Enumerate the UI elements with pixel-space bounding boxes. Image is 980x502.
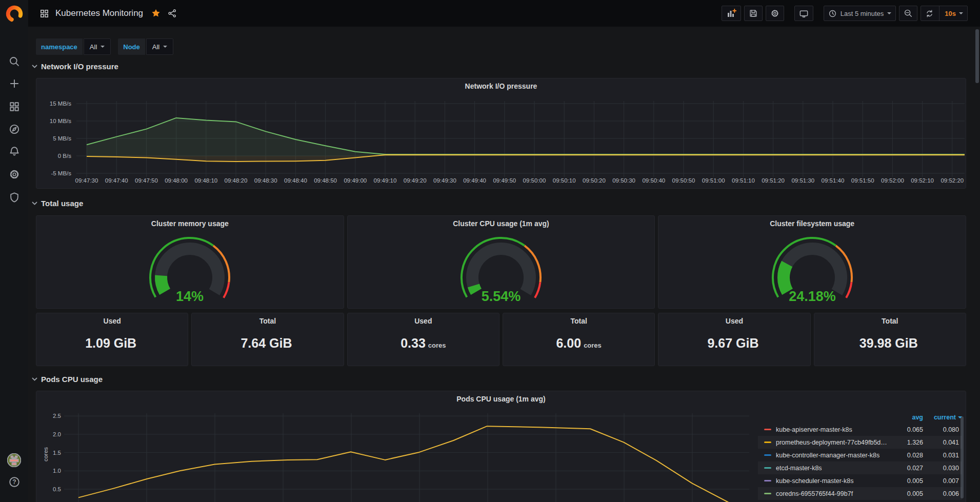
row-header-pods-cpu[interactable]: Pods CPU usage bbox=[32, 375, 103, 384]
server-admin-shield-icon[interactable] bbox=[0, 192, 28, 203]
svg-text:09:47:30: 09:47:30 bbox=[75, 177, 98, 184]
save-dashboard-button[interactable] bbox=[744, 6, 763, 21]
chevron-down-icon bbox=[163, 46, 167, 48]
svg-text:09:49:00: 09:49:00 bbox=[344, 177, 367, 184]
refresh-icon[interactable] bbox=[921, 9, 938, 18]
legend-col-current[interactable]: current bbox=[923, 414, 962, 421]
svg-text:2.0: 2.0 bbox=[53, 431, 61, 437]
svg-text:0.5: 0.5 bbox=[53, 486, 61, 492]
panel-cluster-filesystem-gauge: Cluster filesystem usage 24.18% bbox=[658, 215, 966, 309]
panel-title-cpu[interactable]: Cluster CPU usage (1m avg) bbox=[348, 219, 655, 228]
series-color-dash bbox=[764, 493, 771, 494]
legend-row[interactable]: kube-controller-manager-master-k8s0.0280… bbox=[758, 449, 962, 461]
svg-text:09:50:50: 09:50:50 bbox=[672, 177, 695, 184]
svg-text:09:51:40: 09:51:40 bbox=[822, 177, 845, 184]
svg-text:09:49:40: 09:49:40 bbox=[463, 177, 486, 184]
time-range-label: Last 5 minutes bbox=[841, 10, 884, 17]
stat-title[interactable]: Used bbox=[36, 317, 188, 325]
series-color-dash bbox=[764, 429, 771, 430]
configuration-gear-icon[interactable] bbox=[0, 169, 28, 180]
row-header-total-usage[interactable]: Total usage bbox=[32, 199, 83, 208]
page-scrollbar[interactable] bbox=[975, 29, 979, 83]
legend-row[interactable]: etcd-master-k8s0.0270.030 bbox=[758, 461, 962, 474]
zoom-out-button[interactable] bbox=[899, 6, 917, 21]
svg-text:09:50:00: 09:50:00 bbox=[523, 177, 546, 184]
svg-text:09:49:50: 09:49:50 bbox=[493, 177, 516, 184]
dashboards-icon[interactable] bbox=[0, 101, 28, 112]
cpu-gauge: 5.54% bbox=[447, 230, 555, 307]
refresh-button-group[interactable]: 10s bbox=[921, 6, 968, 21]
stat-title[interactable]: Total bbox=[192, 317, 343, 325]
share-icon[interactable] bbox=[168, 9, 177, 18]
chevron-down-icon bbox=[101, 46, 105, 48]
svg-text:09:51:10: 09:51:10 bbox=[732, 177, 755, 184]
svg-text:09:49:30: 09:49:30 bbox=[433, 177, 456, 184]
user-avatar[interactable] bbox=[0, 453, 28, 467]
favorite-star-icon[interactable] bbox=[151, 9, 161, 18]
explore-compass-icon[interactable] bbox=[0, 124, 28, 135]
pods-series-line bbox=[78, 426, 749, 502]
series-avg: 1.326 bbox=[887, 439, 923, 446]
pods-axis-labels: 2.52.01.51.00.5cores bbox=[43, 413, 61, 492]
series-avg: 0.065 bbox=[887, 426, 923, 433]
stat-title[interactable]: Total bbox=[503, 317, 654, 325]
row-header-total-usage-label: Total usage bbox=[41, 199, 83, 208]
svg-text:?: ? bbox=[12, 478, 16, 486]
row-header-network[interactable]: Network I/O pressure bbox=[32, 62, 118, 71]
add-panel-button[interactable] bbox=[722, 6, 741, 21]
series-avg: 0.027 bbox=[887, 465, 923, 472]
gauge-value: 14% bbox=[176, 289, 204, 304]
cycle-view-mode-button[interactable] bbox=[794, 6, 813, 21]
variable-node-value[interactable]: All bbox=[146, 38, 173, 55]
series-name: coredns-6955765f44-99b7f bbox=[776, 490, 887, 497]
time-range-picker[interactable]: Last 5 minutes bbox=[824, 6, 896, 21]
panel-title-filesystem[interactable]: Cluster filesystem usage bbox=[658, 219, 966, 228]
variable-namespace[interactable]: namespace All bbox=[36, 38, 111, 55]
help-icon[interactable]: ? bbox=[0, 476, 28, 488]
variable-node[interactable]: Node All bbox=[118, 38, 173, 55]
stat-title[interactable]: Total bbox=[814, 317, 966, 325]
svg-text:09:48:50: 09:48:50 bbox=[314, 177, 337, 184]
stat-value: 0.33cores bbox=[348, 336, 499, 351]
stat-value: 6.00cores bbox=[503, 336, 654, 351]
series-current: 0.080 bbox=[923, 426, 962, 433]
panel-stat-fs-total: Total 39.98 GiB bbox=[814, 313, 966, 366]
panel-title-network[interactable]: Network I/O pressure bbox=[36, 82, 966, 90]
variable-node-selected: All bbox=[152, 43, 159, 51]
variable-namespace-value[interactable]: All bbox=[84, 38, 111, 55]
svg-text:09:52:00: 09:52:00 bbox=[881, 177, 904, 184]
stat-title[interactable]: Used bbox=[348, 317, 499, 325]
series-name: prometheus-deployment-77cb49fb5d-778ht bbox=[776, 439, 887, 446]
refresh-interval-label: 10s bbox=[945, 10, 956, 17]
svg-text:09:51:50: 09:51:50 bbox=[851, 177, 874, 184]
dashboard-grid-icon[interactable] bbox=[39, 9, 49, 18]
series-name: kube-apiserver-master-k8s bbox=[776, 426, 887, 433]
variable-namespace-selected: All bbox=[90, 43, 97, 51]
legend-row[interactable]: kube-apiserver-master-k8s0.0650.080 bbox=[758, 423, 962, 436]
legend-row[interactable]: coredns-6955765f44-99b7f0.0050.006 bbox=[758, 487, 962, 500]
series-name: kube-scheduler-master-k8s bbox=[776, 477, 887, 485]
svg-text:09:48:10: 09:48:10 bbox=[194, 177, 217, 184]
refresh-interval-picker[interactable]: 10s bbox=[941, 10, 967, 17]
stat-title[interactable]: Used bbox=[658, 317, 810, 325]
svg-text:09:49:10: 09:49:10 bbox=[374, 177, 397, 184]
panel-title-pods[interactable]: Pods CPU usage (1m avg) bbox=[36, 395, 966, 403]
dashboard-title[interactable]: Kubernetes Monitoring bbox=[55, 8, 143, 18]
panel-stat-cpu-total: Total 6.00cores bbox=[503, 313, 655, 366]
search-icon[interactable] bbox=[0, 56, 28, 67]
dashboard-settings-button[interactable] bbox=[766, 6, 784, 21]
panel-title-memory[interactable]: Cluster memory usage bbox=[36, 219, 344, 228]
legend-col-avg[interactable]: avg bbox=[887, 414, 923, 421]
variable-namespace-label: namespace bbox=[36, 38, 83, 55]
alerting-bell-icon[interactable] bbox=[0, 146, 28, 157]
grafana-logo[interactable] bbox=[0, 4, 28, 24]
create-plus-icon[interactable] bbox=[0, 78, 28, 89]
legend-row[interactable]: prometheus-deployment-77cb49fb5d-778ht1.… bbox=[758, 436, 962, 449]
navbar: Kubernetes Monitoring Last 5 minutes bbox=[28, 0, 980, 27]
stat-value: 9.67 GiB bbox=[658, 336, 810, 351]
svg-text:2.5: 2.5 bbox=[53, 413, 61, 419]
stat-value: 1.09 GiB bbox=[36, 336, 188, 351]
legend-row[interactable]: kube-scheduler-master-k8s0.0050.007 bbox=[758, 474, 962, 487]
legend-rows: kube-apiserver-master-k8s0.0650.080prome… bbox=[758, 423, 962, 500]
panel-stat-memory-used: Used 1.09 GiB bbox=[36, 313, 188, 366]
